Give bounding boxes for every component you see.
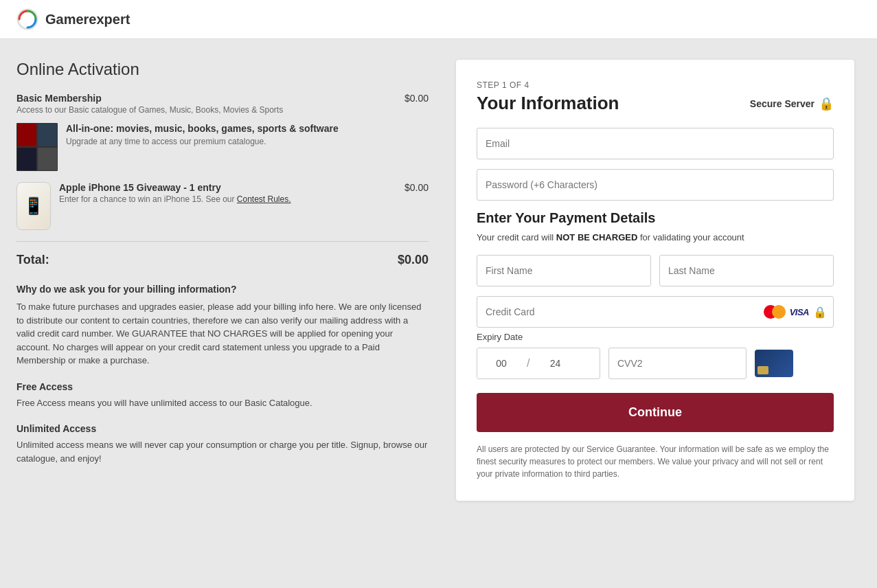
basic-membership-item: Basic Membership Access to our Basic cat… (16, 93, 429, 115)
free-access-section: Free Access Free Access means you will h… (16, 381, 429, 410)
secure-server-text: Secure Server (750, 98, 815, 109)
expiry-label: Expiry Date (477, 332, 834, 342)
email-group (477, 128, 834, 159)
email-input[interactable] (477, 128, 834, 159)
page-title: Online Activation (16, 60, 429, 79)
secure-server: Secure Server 🔒 (750, 96, 834, 111)
billing-text: To make future purchases and upgrades ea… (16, 300, 429, 368)
svg-point-0 (18, 10, 37, 29)
basic-membership-name: Basic Membership (16, 93, 283, 104)
premium-title: All-in-one: movies, music, books, games,… (66, 123, 429, 134)
basic-membership-desc: Access to our Basic catalogue of Games, … (16, 105, 283, 115)
card-icons: VISA 🔒 (764, 305, 827, 319)
iphone-thumbnail: 📱 (16, 182, 51, 230)
thumb-1 (16, 123, 37, 147)
payment-title: Enter Your Payment Details (477, 210, 834, 226)
premium-desc: Upgrade at any time to access our premiu… (66, 137, 429, 146)
free-access-text: Free Access means you will have unlimite… (16, 396, 429, 410)
right-panel: STEP 1 OF 4 Your Information Secure Serv… (456, 60, 854, 501)
security-notice: All users are protected by our Service G… (477, 443, 834, 480)
mastercard-icon (764, 305, 786, 319)
premium-thumbnail (16, 123, 58, 171)
credit-card-group: VISA 🔒 (477, 296, 834, 328)
basic-membership-price: $0.00 (405, 93, 429, 104)
unlimited-access-title: Unlimited Access (16, 423, 429, 434)
expiry-month-input[interactable] (477, 348, 525, 378)
iphone-price: $0.00 (405, 182, 429, 193)
billing-title: Why do we ask you for your billing infor… (16, 284, 429, 295)
left-panel: Online Activation Basic Membership Acces… (16, 60, 456, 501)
cvv-input[interactable] (608, 348, 747, 379)
unlimited-access-section: Unlimited Access Unlimited access means … (16, 423, 429, 465)
charge-notice: Your credit card will NOT BE CHARGED for… (477, 231, 834, 244)
card-graphic (755, 350, 793, 377)
continue-button[interactable]: Continue (477, 393, 834, 432)
site-title: Gamerexpert (45, 12, 130, 27)
password-input[interactable] (477, 169, 834, 201)
password-group (477, 169, 834, 201)
billing-section: Why do we ask you for your billing infor… (16, 284, 429, 368)
iphone-item: 📱 Apple iPhone 15 Giveaway - 1 entry $0.… (16, 182, 429, 230)
first-name-input[interactable] (477, 255, 651, 286)
expiry-input-group: / (477, 348, 600, 379)
thumb-2 (37, 123, 58, 147)
total-label: Total: (16, 253, 49, 267)
premium-item: All-in-one: movies, music, books, games,… (16, 123, 429, 171)
header: Gamerexpert (0, 0, 877, 39)
iphone-desc: Enter for a chance to win an iPhone 15. … (59, 194, 429, 204)
thumb-4 (37, 147, 58, 171)
expiry-row: / (477, 348, 834, 379)
card-chip-icon (758, 366, 768, 374)
lock-icon: 🔒 (819, 96, 834, 111)
main-content: Online Activation Basic Membership Acces… (0, 39, 877, 521)
divider (16, 241, 429, 242)
panel-title: Your Information (477, 93, 619, 114)
logo-icon (16, 8, 38, 30)
step-label: STEP 1 OF 4 (477, 80, 834, 90)
expiry-year-input[interactable] (531, 348, 579, 378)
panel-header: Your Information Secure Server 🔒 (477, 93, 834, 114)
free-access-title: Free Access (16, 381, 429, 392)
premium-info: All-in-one: movies, music, books, games,… (66, 123, 429, 146)
last-name-input[interactable] (659, 255, 834, 286)
total-amount: $0.00 (398, 253, 429, 267)
iphone-icon: 📱 (23, 196, 44, 216)
iphone-title: Apple iPhone 15 Giveaway - 1 entry (59, 182, 221, 193)
unlimited-access-text: Unlimited access means we will never cap… (16, 438, 429, 465)
iphone-info: Apple iPhone 15 Giveaway - 1 entry $0.00… (59, 182, 429, 204)
charge-notice-bold: NOT BE CHARGED (556, 232, 637, 242)
contest-rules-link[interactable]: Contest Rules. (237, 194, 291, 204)
name-row (477, 255, 834, 286)
visa-icon: VISA (790, 307, 809, 317)
thumb-3 (16, 147, 37, 171)
card-lock-icon: 🔒 (813, 306, 827, 319)
total-row: Total: $0.00 (16, 253, 429, 267)
expiry-slash: / (525, 357, 531, 370)
